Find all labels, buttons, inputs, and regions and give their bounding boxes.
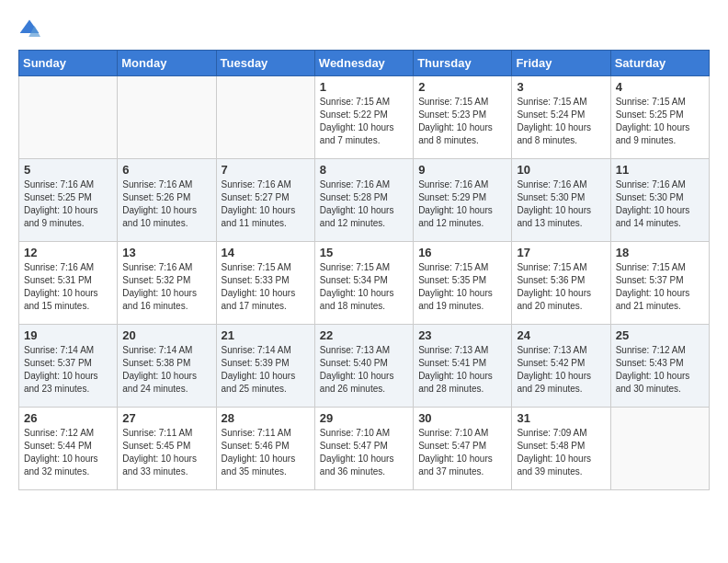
calendar-cell bbox=[216, 76, 314, 159]
calendar-cell: 8Sunrise: 7:16 AM Sunset: 5:28 PM Daylig… bbox=[314, 159, 413, 242]
day-number: 29 bbox=[320, 411, 408, 425]
day-header-wednesday: Wednesday bbox=[314, 51, 413, 76]
calendar-cell: 2Sunrise: 7:15 AM Sunset: 5:23 PM Daylig… bbox=[414, 76, 512, 159]
calendar-cell bbox=[118, 76, 216, 159]
calendar-cell: 26Sunrise: 7:12 AM Sunset: 5:44 PM Dayli… bbox=[19, 408, 118, 490]
day-number: 24 bbox=[517, 328, 605, 342]
day-info: Sunrise: 7:14 AM Sunset: 5:39 PM Dayligh… bbox=[222, 344, 310, 396]
calendar-cell: 12Sunrise: 7:16 AM Sunset: 5:31 PM Dayli… bbox=[19, 242, 118, 325]
calendar-cell: 30Sunrise: 7:10 AM Sunset: 5:47 PM Dayli… bbox=[414, 408, 512, 490]
calendar-cell: 7Sunrise: 7:16 AM Sunset: 5:27 PM Daylig… bbox=[216, 159, 314, 242]
day-number: 1 bbox=[320, 80, 408, 94]
day-number: 7 bbox=[222, 163, 310, 177]
day-header-friday: Friday bbox=[512, 51, 610, 76]
day-number: 12 bbox=[24, 246, 112, 259]
day-info: Sunrise: 7:15 AM Sunset: 5:25 PM Dayligh… bbox=[616, 96, 704, 147]
day-number: 30 bbox=[418, 411, 506, 425]
day-number: 31 bbox=[517, 411, 605, 425]
day-info: Sunrise: 7:13 AM Sunset: 5:42 PM Dayligh… bbox=[517, 344, 605, 396]
calendar-cell: 5Sunrise: 7:16 AM Sunset: 5:25 PM Daylig… bbox=[19, 159, 118, 242]
day-info: Sunrise: 7:12 AM Sunset: 5:44 PM Dayligh… bbox=[24, 427, 112, 478]
day-info: Sunrise: 7:16 AM Sunset: 5:30 PM Dayligh… bbox=[517, 178, 605, 230]
day-info: Sunrise: 7:15 AM Sunset: 5:24 PM Dayligh… bbox=[517, 96, 605, 147]
calendar-cell: 13Sunrise: 7:16 AM Sunset: 5:32 PM Dayli… bbox=[118, 242, 216, 325]
day-info: Sunrise: 7:10 AM Sunset: 5:47 PM Dayligh… bbox=[320, 427, 408, 478]
logo-icon bbox=[18, 18, 40, 40]
day-info: Sunrise: 7:13 AM Sunset: 5:41 PM Dayligh… bbox=[418, 344, 506, 396]
calendar-cell: 18Sunrise: 7:15 AM Sunset: 5:37 PM Dayli… bbox=[610, 242, 709, 325]
day-info: Sunrise: 7:15 AM Sunset: 5:36 PM Dayligh… bbox=[517, 261, 605, 313]
calendar-cell: 4Sunrise: 7:15 AM Sunset: 5:25 PM Daylig… bbox=[610, 76, 709, 159]
calendar-cell: 11Sunrise: 7:16 AM Sunset: 5:30 PM Dayli… bbox=[610, 159, 709, 242]
page-header bbox=[18, 18, 710, 40]
day-header-tuesday: Tuesday bbox=[216, 51, 314, 76]
calendar-cell: 1Sunrise: 7:15 AM Sunset: 5:22 PM Daylig… bbox=[314, 76, 413, 159]
calendar-table: SundayMondayTuesdayWednesdayThursdayFrid… bbox=[18, 50, 710, 490]
calendar-cell: 15Sunrise: 7:15 AM Sunset: 5:34 PM Dayli… bbox=[314, 242, 413, 325]
calendar-cell: 29Sunrise: 7:10 AM Sunset: 5:47 PM Dayli… bbox=[314, 408, 413, 490]
day-number: 6 bbox=[122, 163, 210, 177]
day-number: 27 bbox=[122, 411, 210, 425]
day-info: Sunrise: 7:11 AM Sunset: 5:45 PM Dayligh… bbox=[122, 427, 210, 478]
calendar-week-row: 12Sunrise: 7:16 AM Sunset: 5:31 PM Dayli… bbox=[19, 242, 710, 325]
calendar-cell: 23Sunrise: 7:13 AM Sunset: 5:41 PM Dayli… bbox=[414, 325, 512, 408]
day-info: Sunrise: 7:16 AM Sunset: 5:29 PM Dayligh… bbox=[418, 178, 506, 230]
calendar-week-row: 19Sunrise: 7:14 AM Sunset: 5:37 PM Dayli… bbox=[19, 325, 710, 408]
calendar-cell: 6Sunrise: 7:16 AM Sunset: 5:26 PM Daylig… bbox=[118, 159, 216, 242]
day-info: Sunrise: 7:14 AM Sunset: 5:37 PM Dayligh… bbox=[24, 344, 112, 396]
day-number: 5 bbox=[24, 163, 112, 177]
day-info: Sunrise: 7:16 AM Sunset: 5:32 PM Dayligh… bbox=[122, 261, 210, 313]
day-number: 28 bbox=[222, 411, 310, 425]
calendar-cell: 27Sunrise: 7:11 AM Sunset: 5:45 PM Dayli… bbox=[118, 408, 216, 490]
day-number: 4 bbox=[616, 80, 704, 94]
day-info: Sunrise: 7:16 AM Sunset: 5:28 PM Dayligh… bbox=[320, 178, 408, 230]
day-info: Sunrise: 7:15 AM Sunset: 5:22 PM Dayligh… bbox=[320, 96, 408, 147]
day-header-saturday: Saturday bbox=[610, 51, 709, 76]
calendar-cell: 20Sunrise: 7:14 AM Sunset: 5:38 PM Dayli… bbox=[118, 325, 216, 408]
day-info: Sunrise: 7:13 AM Sunset: 5:40 PM Dayligh… bbox=[320, 344, 408, 396]
day-number: 23 bbox=[418, 328, 506, 342]
day-number: 18 bbox=[616, 246, 704, 259]
day-number: 25 bbox=[616, 328, 704, 342]
day-info: Sunrise: 7:16 AM Sunset: 5:27 PM Dayligh… bbox=[222, 178, 310, 230]
calendar-week-row: 26Sunrise: 7:12 AM Sunset: 5:44 PM Dayli… bbox=[19, 408, 710, 490]
day-info: Sunrise: 7:15 AM Sunset: 5:23 PM Dayligh… bbox=[418, 96, 506, 147]
calendar-cell: 16Sunrise: 7:15 AM Sunset: 5:35 PM Dayli… bbox=[414, 242, 512, 325]
day-number: 17 bbox=[517, 246, 605, 259]
day-number: 10 bbox=[517, 163, 605, 177]
calendar-cell: 25Sunrise: 7:12 AM Sunset: 5:43 PM Dayli… bbox=[610, 325, 709, 408]
day-info: Sunrise: 7:15 AM Sunset: 5:37 PM Dayligh… bbox=[616, 261, 704, 313]
day-number: 14 bbox=[222, 246, 310, 259]
day-info: Sunrise: 7:09 AM Sunset: 5:48 PM Dayligh… bbox=[517, 427, 605, 478]
calendar-cell: 28Sunrise: 7:11 AM Sunset: 5:46 PM Dayli… bbox=[216, 408, 314, 490]
day-info: Sunrise: 7:14 AM Sunset: 5:38 PM Dayligh… bbox=[122, 344, 210, 396]
day-info: Sunrise: 7:15 AM Sunset: 5:34 PM Dayligh… bbox=[320, 261, 408, 313]
day-info: Sunrise: 7:15 AM Sunset: 5:35 PM Dayligh… bbox=[418, 261, 506, 313]
calendar-cell: 22Sunrise: 7:13 AM Sunset: 5:40 PM Dayli… bbox=[314, 325, 413, 408]
day-number: 21 bbox=[222, 328, 310, 342]
calendar-cell: 9Sunrise: 7:16 AM Sunset: 5:29 PM Daylig… bbox=[414, 159, 512, 242]
day-info: Sunrise: 7:16 AM Sunset: 5:26 PM Dayligh… bbox=[122, 178, 210, 230]
day-header-monday: Monday bbox=[118, 51, 216, 76]
calendar-header-row: SundayMondayTuesdayWednesdayThursdayFrid… bbox=[19, 51, 710, 76]
day-number: 13 bbox=[122, 246, 210, 259]
day-number: 19 bbox=[24, 328, 112, 342]
calendar-cell: 14Sunrise: 7:15 AM Sunset: 5:33 PM Dayli… bbox=[216, 242, 314, 325]
day-number: 2 bbox=[418, 80, 506, 94]
calendar-cell: 24Sunrise: 7:13 AM Sunset: 5:42 PM Dayli… bbox=[512, 325, 610, 408]
day-number: 26 bbox=[24, 411, 112, 425]
day-info: Sunrise: 7:15 AM Sunset: 5:33 PM Dayligh… bbox=[222, 261, 310, 313]
day-number: 3 bbox=[517, 80, 605, 94]
calendar-cell: 31Sunrise: 7:09 AM Sunset: 5:48 PM Dayli… bbox=[512, 408, 610, 490]
day-number: 9 bbox=[418, 163, 506, 177]
day-info: Sunrise: 7:10 AM Sunset: 5:47 PM Dayligh… bbox=[418, 427, 506, 478]
day-number: 15 bbox=[320, 246, 408, 259]
day-header-sunday: Sunday bbox=[19, 51, 118, 76]
calendar-cell: 17Sunrise: 7:15 AM Sunset: 5:36 PM Dayli… bbox=[512, 242, 610, 325]
calendar-cell: 21Sunrise: 7:14 AM Sunset: 5:39 PM Dayli… bbox=[216, 325, 314, 408]
day-info: Sunrise: 7:11 AM Sunset: 5:46 PM Dayligh… bbox=[222, 427, 310, 478]
day-number: 8 bbox=[320, 163, 408, 177]
day-header-thursday: Thursday bbox=[414, 51, 512, 76]
calendar-cell: 3Sunrise: 7:15 AM Sunset: 5:24 PM Daylig… bbox=[512, 76, 610, 159]
day-number: 16 bbox=[418, 246, 506, 259]
